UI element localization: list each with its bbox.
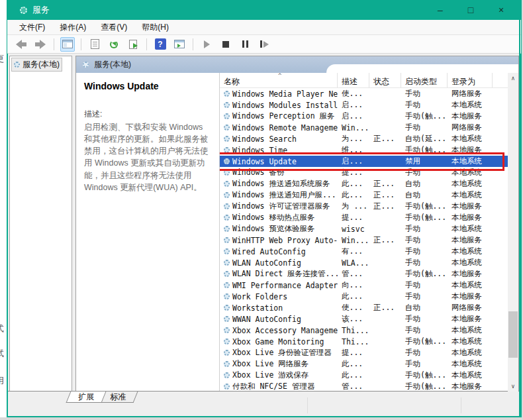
table-row[interactable]: Xbox Live 游戏保存此...手动(触...本地系统	[220, 370, 508, 381]
back-button[interactable]	[14, 37, 28, 52]
table-row[interactable]: Work Folders此...手动本地服务	[220, 291, 508, 302]
description-cell: Win...	[338, 123, 369, 132]
pause-service-button[interactable]	[238, 37, 252, 52]
service-gear-icon	[224, 384, 230, 390]
table-row[interactable]: WMI Performance Adapter向...手动本地系统	[220, 280, 508, 291]
service-table-body: Windows Media Player Ne...使...手动网络服务Wind…	[220, 88, 508, 392]
play-icon	[204, 40, 210, 48]
table-row[interactable]: Windows Remote Manageme...Win...手动网络服务	[220, 122, 508, 133]
table-row[interactable]: Windows 移动热点服务提...手动(触...本地服务	[220, 212, 508, 223]
description-cell: 提...	[338, 348, 369, 358]
export-list-button[interactable]	[126, 37, 140, 52]
startup-type-cell: 手动	[401, 100, 448, 110]
service-name-cell: Xbox Game Monitoring	[220, 337, 338, 346]
services-list: 名称 ^ 描述 状态 启动类型 登录为 Windows Media Player…	[219, 73, 518, 392]
table-row[interactable]: Windows Update启...禁用本地系统	[220, 156, 508, 167]
window-title: 服务	[32, 4, 50, 16]
tree-item-services-local[interactable]: 服务(本地)	[11, 58, 62, 72]
title-bar[interactable]: 服务 – □ ×	[7, 0, 522, 20]
column-header-logon-as[interactable]: 登录为	[448, 73, 493, 87]
service-gear-icon	[224, 91, 230, 97]
service-gear-icon	[224, 327, 230, 333]
menu-item[interactable]: 操作(A)	[54, 21, 95, 34]
menu-item[interactable]: 文件(F)	[14, 21, 54, 34]
column-header-name[interactable]: 名称 ^	[220, 73, 338, 87]
service-gear-icon	[224, 192, 230, 198]
minimize-button[interactable]: –	[425, 0, 455, 20]
logon-as-cell: 本地系统	[448, 280, 493, 290]
stop-service-button[interactable]	[218, 37, 233, 52]
startup-type-cell: 手动	[401, 258, 448, 268]
table-row[interactable]: Windows Time维...手动(触...本地服务	[220, 144, 508, 156]
vertical-scrollbar[interactable]: ∧ ∨	[508, 73, 518, 392]
show-console-tree-button[interactable]	[60, 37, 75, 52]
description-cell: 此...	[338, 179, 369, 189]
table-row[interactable]: Xbox Live 网络服务此...手动本地系统	[220, 358, 508, 370]
properties-button[interactable]	[87, 37, 102, 52]
table-row[interactable]: Windows Perception 服务启...手动(触...本地服务	[220, 111, 508, 122]
scrollbar-thumb[interactable]	[508, 311, 518, 358]
logon-as-cell: 本地服务	[448, 111, 493, 121]
scroll-up-button[interactable]: ∧	[508, 73, 518, 83]
service-name-cell: Windows 移动热点服务	[220, 213, 338, 223]
table-row[interactable]: WLAN AutoConfigWLA...手动本地系统	[220, 257, 508, 268]
help-button[interactable]: ?	[153, 37, 167, 52]
service-gear-icon	[224, 102, 230, 108]
service-name-cell: Windows Media Player Ne...	[220, 89, 338, 99]
service-name-cell: Xbox Live 游戏保存	[220, 370, 338, 380]
table-row[interactable]: Windows Media Player Ne...使...手动网络服务	[220, 88, 508, 99]
table-row[interactable]: Xbox Accessory Manageme...Thi...手动本地系统	[220, 325, 508, 336]
extended-view-button[interactable]	[172, 37, 187, 52]
service-gear-icon	[224, 282, 230, 288]
table-row[interactable]: 付款和 NFC/SE 管理器管...手动(触...本地服务	[220, 381, 508, 392]
service-name-cell: WLAN Direct 服务连接管...	[220, 269, 338, 279]
table-row[interactable]: Windows 预览体验服务wisvc手动本地系统	[220, 223, 508, 235]
table-row[interactable]: Workstation使...正...自动网络服务	[220, 302, 508, 313]
maximize-button[interactable]: □	[455, 0, 486, 20]
table-row[interactable]: Windows 许可证管理器服务为 ...正...手动(触...本地服务	[220, 201, 508, 212]
table-row[interactable]: WinHTTP Web Proxy Auto-...Win...正...手动本地…	[220, 235, 508, 246]
scroll-down-button[interactable]: ∨	[508, 381, 518, 392]
startup-type-cell: 手动(触...	[401, 213, 448, 223]
table-row[interactable]: WWAN AutoConfig该...手动本地服务	[220, 313, 508, 325]
menu-item[interactable]: 帮助(H)	[136, 21, 178, 34]
startup-type-cell: 手动	[401, 359, 448, 369]
status-cell: 正...	[369, 235, 401, 245]
column-header-status[interactable]: 状态	[369, 73, 401, 87]
menu-item[interactable]: 查看(V)	[95, 21, 136, 34]
table-row[interactable]: Windows Search为...正...自动(延...本地系统	[220, 133, 508, 144]
toolbar: ?	[7, 35, 521, 54]
restart-service-button[interactable]	[257, 37, 271, 52]
service-gear-icon	[224, 147, 230, 153]
table-row[interactable]: Windows 推送通知系统服务此...正...自动本地系统	[220, 178, 508, 189]
table-row[interactable]: WLAN Direct 服务连接管...管...手动(触...本地服务	[220, 268, 508, 280]
column-header-description[interactable]: 描述	[338, 73, 369, 87]
table-row[interactable]: Wired AutoConfig有...手动本地系统	[220, 246, 508, 257]
help-icon: ?	[155, 38, 166, 50]
description-cell: 此...	[338, 359, 369, 369]
logon-as-cell: 本地服务	[448, 314, 493, 324]
restart-icon	[260, 40, 269, 48]
table-row[interactable]: Xbox Live 身份验证管理器提...手动本地系统	[220, 347, 508, 358]
logon-as-cell: 本地服务	[448, 201, 493, 211]
service-name-cell: Windows Perception 服务	[220, 111, 338, 121]
description-cell: 维...	[338, 145, 369, 155]
start-service-button[interactable]	[199, 37, 214, 52]
startup-type-cell: 手动	[401, 168, 448, 178]
table-row[interactable]: Windows 推送通知用户服...此...正...自动本地系统	[220, 189, 508, 201]
description-cell: 使...	[338, 89, 369, 99]
logon-as-cell: 本地系统	[448, 359, 493, 369]
column-header-startup-type[interactable]: 启动类型	[401, 73, 448, 87]
table-row[interactable]: Windows 备份提...手动本地系统	[220, 167, 508, 178]
table-row[interactable]: Windows Modules Installer启...手动本地系统	[220, 99, 508, 111]
close-button[interactable]: ×	[486, 0, 516, 20]
startup-type-cell: 禁用	[401, 156, 448, 166]
startup-type-cell: 自动	[401, 179, 448, 189]
table-row[interactable]: Xbox Game MonitoringThi...手动(触...本地系统	[220, 336, 508, 347]
description-cell: 向...	[338, 280, 369, 290]
forward-button[interactable]	[33, 37, 48, 52]
service-gear-icon	[224, 113, 230, 119]
tab-extended[interactable]: 扩展	[66, 392, 107, 403]
refresh-button[interactable]	[107, 37, 121, 52]
description-cell: 为 ...	[338, 201, 369, 211]
